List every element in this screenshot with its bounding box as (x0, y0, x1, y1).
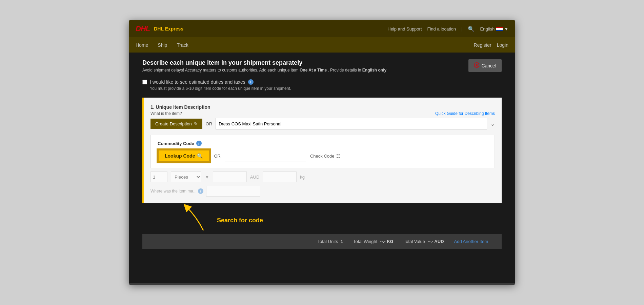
dhl-logo: DHL (136, 24, 150, 33)
or-separator: OR (206, 121, 213, 126)
duties-taxes-checkbox-area: I would like to see estimated duties and… (142, 79, 502, 91)
main-content-area: Describe each unique item in your shipme… (129, 53, 515, 283)
commodity-info-icon: i (196, 141, 202, 146)
search-icon[interactable]: 🔍 (468, 26, 475, 32)
checkbox-subtext: You must provide a 6-10 digit item code … (150, 86, 502, 91)
annotation-label: Search for code (217, 217, 263, 224)
manufactured-input[interactable] (206, 186, 260, 197)
logo-area: DHL DHL Express (136, 24, 183, 33)
top-navigation-bar: DHL DHL Express Help and Support Find a … (129, 20, 515, 37)
check-code-icon: ☷ (336, 154, 340, 159)
lookup-code-button[interactable]: Lookup Code 🔍 (158, 149, 210, 162)
commodity-code-input[interactable] (225, 150, 306, 162)
secondary-navigation: Home Ship Track Register Login (129, 37, 515, 53)
dhl-logo-text: DHL (136, 24, 150, 33)
find-location-link[interactable]: Find a location (427, 26, 456, 32)
total-value-label: Total Value --.- AUD (404, 239, 444, 244)
quantity-row: Pieces ▼ AUD kg (150, 171, 495, 182)
language-selector[interactable]: English ▼ (480, 26, 508, 32)
commodity-row: Lookup Code 🔍 OR Check Code ☷ (158, 149, 488, 162)
add-item-link[interactable]: Add Another Item (454, 239, 488, 244)
footer-bar: Total Units 1 Total Weight --.- KG Total… (142, 234, 502, 249)
commodity-or-separator: OR (214, 154, 221, 159)
kg-label: kg (300, 175, 305, 180)
currency-label: AUD (250, 175, 259, 180)
item-form: 1. Unique Item Description What is the i… (142, 98, 502, 203)
chevron-down-icon: ▼ (504, 26, 508, 32)
cancel-button[interactable]: ⓧ Cancel (468, 59, 502, 72)
section-subtitle: Avoid shipment delays! Accuracy matters … (142, 68, 386, 73)
manufactured-info-icon: i (198, 188, 203, 194)
manufactured-label: Where was the item ma... i (150, 188, 203, 194)
nav-track[interactable]: Track (177, 42, 188, 48)
nav-home[interactable]: Home (136, 42, 148, 48)
description-row: Create Description ✎ OR ⌄ (150, 118, 495, 129)
value-input[interactable] (213, 171, 247, 182)
section-title-area: Describe each unique item in your shipme… (142, 59, 386, 73)
quick-guide-link[interactable]: Quick Guide for Describing Items (435, 111, 495, 116)
chevron-down-icon: ▼ (205, 174, 209, 180)
register-link[interactable]: Register (474, 42, 491, 48)
manufactured-row: Where was the item ma... i (150, 186, 495, 197)
unit-select[interactable]: Pieces (171, 171, 201, 182)
annotation-area: Search for code (142, 203, 502, 234)
expand-icon[interactable]: ⌄ (490, 121, 495, 127)
section-header: Describe each unique item in your shipme… (142, 59, 502, 73)
commodity-panel: Commodity Code i Lookup Code 🔍 OR Check … (150, 135, 495, 168)
nav-auth-links: Register Login (474, 42, 508, 48)
nav-divider: | (461, 26, 462, 32)
top-right-nav: Help and Support Find a location | 🔍 Eng… (387, 26, 508, 32)
edit-icon: ✎ (194, 121, 198, 126)
commodity-title: Commodity Code i (158, 141, 488, 146)
quantity-input[interactable] (150, 171, 167, 182)
item-form-title: 1. Unique Item Description (150, 104, 495, 110)
flag-icon (496, 27, 503, 31)
language-label: English (480, 26, 495, 32)
create-description-button[interactable]: Create Description ✎ (150, 119, 202, 129)
check-code-button[interactable]: Check Code ☷ (310, 154, 341, 159)
dhl-express-label: DHL Express (154, 26, 183, 32)
field-label-row: What is the item? Quick Guide for Descri… (150, 111, 495, 116)
login-link[interactable]: Login (497, 42, 508, 48)
duties-taxes-checkbox[interactable] (142, 80, 147, 84)
duties-taxes-label[interactable]: I would like to see estimated duties and… (142, 79, 502, 85)
cancel-icon: ⓧ (474, 62, 479, 69)
total-weight-label: Total Weight --.- KG (353, 239, 394, 244)
main-nav-links: Home Ship Track (136, 42, 188, 48)
section-title: Describe each unique item in your shipme… (142, 59, 386, 66)
weight-input[interactable] (263, 171, 297, 182)
info-icon: i (248, 79, 254, 85)
search-icon: 🔍 (197, 153, 203, 159)
description-input[interactable] (216, 118, 487, 129)
total-units-label: Total Units 1 (317, 239, 343, 244)
nav-ship[interactable]: Ship (158, 42, 167, 48)
help-support-link[interactable]: Help and Support (387, 26, 422, 32)
